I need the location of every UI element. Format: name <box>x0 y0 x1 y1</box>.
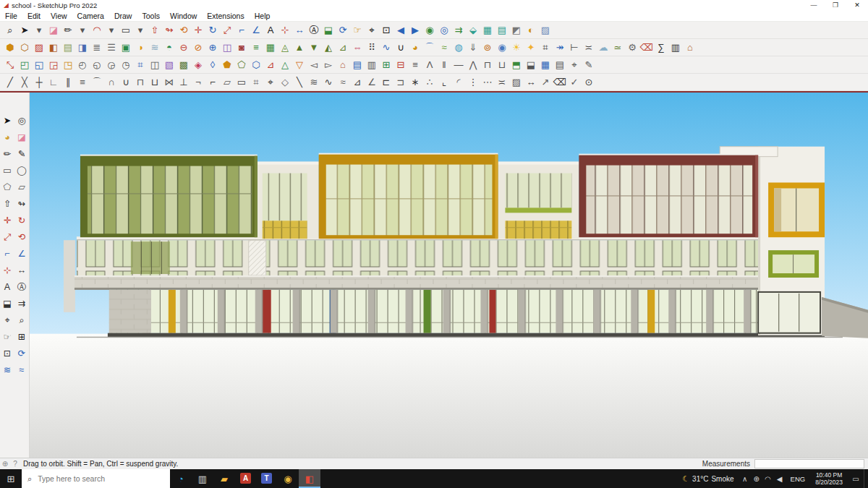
detail-view-icon[interactable]: ⌖ <box>567 58 582 72</box>
floor-generator-icon[interactable]: ▤ <box>350 58 365 72</box>
shadows-toggle-icon[interactable]: ◐ <box>524 23 538 38</box>
action-center-icon[interactable]: ▭ <box>848 475 864 483</box>
rect-2d-icon[interactable]: ▭ <box>234 75 249 90</box>
x-ray-icon[interactable]: ▨ <box>538 23 553 38</box>
angle-2d-icon[interactable]: ∠ <box>365 75 379 90</box>
arc-2d-icon[interactable]: ⌒ <box>90 75 104 90</box>
triangulate-icon[interactable]: ⊿ <box>263 58 278 72</box>
frame-generator-icon[interactable]: ⊓ <box>480 58 495 72</box>
rotated-rectangle-icon[interactable]: ▱ <box>14 181 29 194</box>
volume-icon[interactable]: ◀ <box>774 475 786 483</box>
fredo-scale-icon[interactable]: ⤡ <box>3 58 17 72</box>
context-help-icon[interactable]: ? <box>10 460 20 468</box>
negate-icon[interactable]: ¬ <box>191 75 205 90</box>
dimension-2d-icon[interactable]: ↔ <box>524 75 538 90</box>
follow-me-tool-icon[interactable]: ↬ <box>14 197 29 211</box>
freehand-icon[interactable]: ✎ <box>14 147 29 161</box>
warehouse-icon[interactable]: ⌂ <box>683 40 697 55</box>
next-view-icon[interactable]: ▶ <box>408 23 422 38</box>
approx-icon[interactable]: ≈ <box>336 75 350 90</box>
push-pull-tool-icon[interactable]: ⇧ <box>0 197 14 211</box>
classifier-icon[interactable]: ≋ <box>0 364 14 377</box>
drop-to-ground-icon[interactable]: ⇓ <box>466 40 480 55</box>
parallelogram-icon[interactable]: ▱ <box>220 75 234 90</box>
paint-bucket-icon[interactable]: ▨ <box>32 40 46 55</box>
box-stretch-icon[interactable]: ◰ <box>17 58 32 72</box>
file-explorer-icon[interactable]: ▰ <box>213 469 235 488</box>
solid-union-icon[interactable]: ◓ <box>162 40 176 55</box>
add-detail-icon[interactable]: ◭ <box>321 40 336 55</box>
follow-me-icon[interactable]: ↬ <box>162 23 176 38</box>
menu-item-view[interactable]: View <box>46 12 72 20</box>
outer-shell-icon[interactable]: ◙ <box>234 40 249 55</box>
joint-push-pull-icon[interactable]: ⌒ <box>422 40 437 55</box>
column-generator-icon[interactable]: ‖ <box>437 58 451 72</box>
zoom-window-icon[interactable]: ⌕ <box>3 23 17 38</box>
chamfer-icon[interactable]: ⌞ <box>437 75 451 90</box>
smooth-icon[interactable]: △ <box>278 58 292 72</box>
solid-subtract-icon[interactable]: ⊖ <box>176 40 191 55</box>
tape-measure-icon[interactable]: ⌐ <box>234 23 249 38</box>
chevron-up-icon[interactable]: ∧ <box>739 475 751 483</box>
box-shear-icon[interactable]: ◲ <box>46 58 61 72</box>
spot-light-icon[interactable]: ✦ <box>524 40 538 55</box>
tape-measure-tool-icon[interactable]: ⌐ <box>0 247 14 261</box>
materials-icon[interactable]: ◧ <box>46 40 61 55</box>
orbit-icon[interactable]: ⟳ <box>336 23 350 38</box>
protractor-icon[interactable]: ∠ <box>249 23 263 38</box>
start-button[interactable]: ⊞ <box>0 474 22 484</box>
scale-tool-icon[interactable]: ⤢ <box>0 231 14 244</box>
mirror-line-icon[interactable]: ╲ <box>292 75 307 90</box>
axes-tool-icon[interactable]: ⊹ <box>0 264 14 278</box>
menu-item-extensions[interactable]: Extensions <box>202 12 249 20</box>
make-component-icon[interactable]: ⬢ <box>3 40 17 55</box>
measurements-input[interactable] <box>754 459 864 468</box>
scale-icon[interactable]: ⤢ <box>220 23 234 38</box>
pipe-along-path-icon[interactable]: ⊚ <box>480 40 495 55</box>
sketchup-icon[interactable]: ◧ <box>299 469 320 488</box>
explode-icon[interactable]: ∗ <box>408 75 422 90</box>
geolocate-icon[interactable]: ⊕ <box>0 460 10 468</box>
3d-text-icon[interactable]: Ⓐ <box>307 23 321 38</box>
stack-icon[interactable]: ≡ <box>75 75 90 90</box>
dim-linear-icon[interactable]: ≍ <box>582 40 596 55</box>
line-menu-icon[interactable]: ▾ <box>75 23 90 38</box>
triangle-2d-icon[interactable]: ⊿ <box>350 75 365 90</box>
truss-generator-icon[interactable]: ⋀ <box>466 58 480 72</box>
menu-item-tools[interactable]: Tools <box>137 12 165 20</box>
dimensions-icon[interactable]: ↔ <box>292 23 307 38</box>
array-radial-icon[interactable]: ⋯ <box>480 75 495 90</box>
component-options-icon[interactable]: ⬡ <box>17 40 32 55</box>
zoom-extents-tool-icon[interactable]: ⊡ <box>0 347 14 361</box>
offset-icon[interactable]: ⟲ <box>176 23 191 38</box>
drape-icon[interactable]: ▼ <box>307 40 321 55</box>
cortana-orb-icon[interactable]: ◔ <box>170 469 192 488</box>
teams-icon[interactable]: T <box>261 473 272 484</box>
section-fill-icon[interactable]: ⬒ <box>509 58 524 72</box>
autocad-icon[interactable]: A <box>240 473 251 484</box>
maximize-icon[interactable]: ❐ <box>825 0 846 10</box>
zoom-tool-icon[interactable]: ⌕ <box>14 314 29 328</box>
zoom-extents-icon[interactable]: ⊡ <box>379 23 393 38</box>
curviloft-icon[interactable]: ≈ <box>437 40 451 55</box>
inspect-icon[interactable]: ⊙ <box>582 75 596 90</box>
render-icon[interactable]: ◉ <box>495 40 509 55</box>
grid-snap-icon[interactable]: ⌗ <box>249 75 263 90</box>
leader-icon[interactable]: ↗ <box>538 75 553 90</box>
move-tool-icon[interactable]: ✛ <box>0 214 14 228</box>
task-view-icon[interactable]: ▥ <box>192 469 213 488</box>
pan-icon[interactable]: ☞ <box>350 23 365 38</box>
push-pull-icon[interactable]: ⇧ <box>148 23 162 38</box>
radial-bend-icon[interactable]: ◴ <box>75 58 90 72</box>
from-scratch-icon[interactable]: ▦ <box>263 40 278 55</box>
unsmooth-icon[interactable]: ▽ <box>292 58 307 72</box>
select-menu-icon[interactable]: ▾ <box>32 23 46 38</box>
unwrap-icon[interactable]: ⬠ <box>234 58 249 72</box>
beam-generator-icon[interactable]: ― <box>451 58 466 72</box>
close-icon[interactable]: ✕ <box>846 0 868 10</box>
solid-trim-icon[interactable]: ⊘ <box>191 40 205 55</box>
cap-2d-icon[interactable]: ⊓ <box>133 75 148 90</box>
fog-icon[interactable]: ≋ <box>148 40 162 55</box>
rectangle-menu-icon[interactable]: ▾ <box>133 23 148 38</box>
match-photo-icon[interactable]: ▤ <box>61 40 75 55</box>
